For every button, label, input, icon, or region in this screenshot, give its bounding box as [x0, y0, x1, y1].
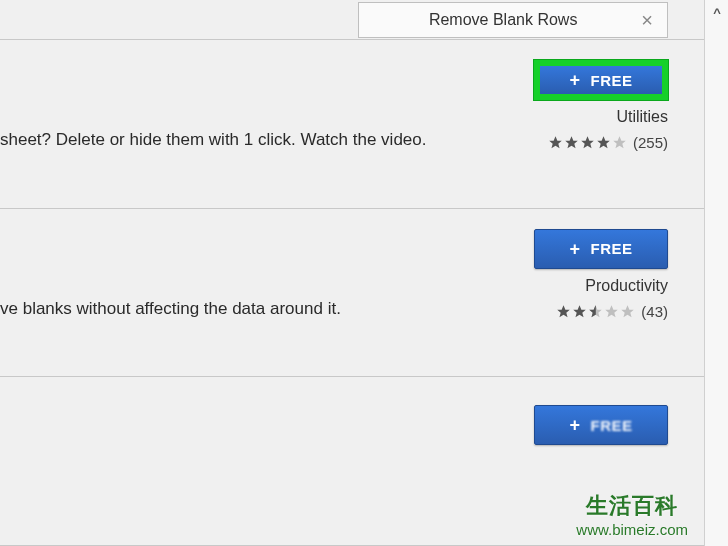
star-icon	[596, 135, 611, 150]
addon-description: ve blanks without affecting the data aro…	[0, 297, 341, 321]
svg-marker-6	[574, 305, 587, 317]
plus-icon: +	[569, 71, 580, 89]
svg-marker-10	[622, 305, 635, 317]
star-icon	[620, 304, 635, 319]
install-button-label: FREE	[591, 72, 633, 89]
svg-marker-4	[613, 136, 626, 148]
install-free-button[interactable]: + FREE	[534, 229, 668, 269]
svg-marker-5	[558, 305, 571, 317]
addon-category: Utilities	[616, 108, 668, 126]
plus-icon: +	[569, 240, 580, 258]
addon-meta: + FREE Productivity (43)	[508, 229, 668, 320]
rating-row: (43)	[556, 303, 668, 320]
rating-count: (255)	[633, 134, 668, 151]
star-icon	[548, 135, 563, 150]
svg-marker-1	[565, 136, 578, 148]
rating-row: (255)	[548, 134, 668, 151]
search-bar-row: Remove Blank Rows ×	[0, 0, 704, 40]
addon-description-area: sheet? Delete or hide them with 1 click.…	[0, 60, 508, 220]
svg-marker-2	[581, 136, 594, 148]
svg-marker-0	[549, 136, 562, 148]
rating-stars	[556, 304, 635, 319]
addon-meta: + FREE Utilities (255)	[508, 60, 668, 151]
rating-count: (43)	[641, 303, 668, 320]
search-box[interactable]: Remove Blank Rows ×	[358, 2, 668, 38]
svg-marker-3	[597, 136, 610, 148]
addon-list: Remove Blank Rows × sheet? Delete or hid…	[0, 0, 704, 546]
rating-stars	[548, 135, 627, 150]
install-button-label: FREE	[591, 417, 633, 434]
star-icon	[580, 135, 595, 150]
star-icon	[604, 304, 619, 319]
addon-row: sheet? Delete or hide them with 1 click.…	[0, 40, 704, 209]
install-free-button[interactable]: + FREE	[534, 60, 668, 100]
addon-meta: + FREE	[508, 397, 668, 445]
addon-description: sheet? Delete or hide them with 1 click.…	[0, 128, 426, 152]
plus-icon: +	[569, 416, 580, 434]
addon-description-area: ve blanks without affecting the data aro…	[0, 229, 508, 389]
star-icon	[564, 135, 579, 150]
star-icon	[572, 304, 587, 319]
addon-row: ve blanks without affecting the data aro…	[0, 209, 704, 378]
search-input-value[interactable]: Remove Blank Rows	[369, 11, 637, 29]
star-half-icon	[588, 304, 603, 319]
install-button-label: FREE	[591, 240, 633, 257]
vertical-scrollbar[interactable]: ^	[704, 0, 728, 546]
install-free-button[interactable]: + FREE	[534, 405, 668, 445]
star-icon	[612, 135, 627, 150]
scroll-up-icon[interactable]: ^	[705, 0, 728, 24]
addon-category: Productivity	[585, 277, 668, 295]
svg-marker-9	[606, 305, 619, 317]
addon-description-area	[0, 397, 508, 546]
star-icon	[556, 304, 571, 319]
addon-row: + FREE	[0, 377, 704, 546]
clear-search-icon[interactable]: ×	[637, 10, 657, 30]
